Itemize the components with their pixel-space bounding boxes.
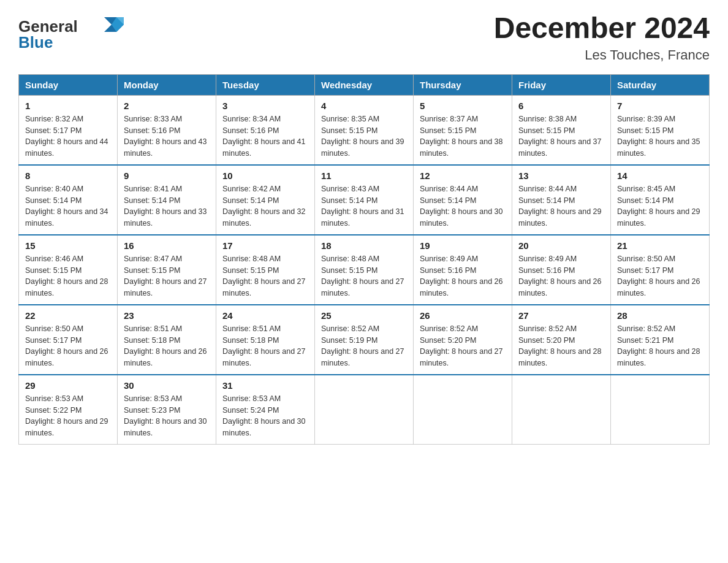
calendar-cell: 9 Sunrise: 8:41 AMSunset: 5:14 PMDayligh…	[118, 165, 216, 235]
weekday-header-monday: Monday	[118, 74, 216, 95]
day-info: Sunrise: 8:53 AMSunset: 5:23 PMDaylight:…	[124, 393, 210, 439]
calendar-week-row: 1 Sunrise: 8:32 AMSunset: 5:17 PMDayligh…	[19, 95, 710, 165]
day-number: 18	[321, 240, 407, 251]
day-info: Sunrise: 8:49 AMSunset: 5:16 PMDaylight:…	[518, 253, 604, 299]
calendar-cell: 12 Sunrise: 8:44 AMSunset: 5:14 PMDaylig…	[414, 165, 512, 235]
day-info: Sunrise: 8:33 AMSunset: 5:16 PMDaylight:…	[124, 113, 210, 159]
day-number: 26	[420, 310, 506, 321]
calendar-cell: 3 Sunrise: 8:34 AMSunset: 5:16 PMDayligh…	[216, 95, 315, 165]
calendar-cell: 29 Sunrise: 8:53 AMSunset: 5:22 PMDaylig…	[19, 375, 118, 445]
calendar-cell: 18 Sunrise: 8:48 AMSunset: 5:15 PMDaylig…	[315, 235, 414, 305]
weekday-header-tuesday: Tuesday	[216, 74, 315, 95]
svg-text:Blue: Blue	[18, 33, 53, 52]
day-info: Sunrise: 8:48 AMSunset: 5:15 PMDaylight:…	[321, 253, 407, 299]
calendar-cell: 25 Sunrise: 8:52 AMSunset: 5:19 PMDaylig…	[315, 305, 414, 375]
day-info: Sunrise: 8:34 AMSunset: 5:16 PMDaylight:…	[222, 113, 308, 159]
day-number: 16	[124, 240, 210, 251]
day-info: Sunrise: 8:43 AMSunset: 5:14 PMDaylight:…	[321, 183, 407, 229]
weekday-header-wednesday: Wednesday	[315, 74, 414, 95]
calendar-cell: 16 Sunrise: 8:47 AMSunset: 5:15 PMDaylig…	[118, 235, 216, 305]
calendar-cell: 23 Sunrise: 8:51 AMSunset: 5:18 PMDaylig…	[118, 305, 216, 375]
day-info: Sunrise: 8:50 AMSunset: 5:17 PMDaylight:…	[617, 253, 703, 299]
day-info: Sunrise: 8:39 AMSunset: 5:15 PMDaylight:…	[617, 113, 703, 159]
calendar-cell: 4 Sunrise: 8:35 AMSunset: 5:15 PMDayligh…	[315, 95, 414, 165]
day-number: 22	[25, 310, 111, 321]
day-number: 19	[420, 240, 506, 251]
calendar-cell: 21 Sunrise: 8:50 AMSunset: 5:17 PMDaylig…	[611, 235, 710, 305]
day-info: Sunrise: 8:53 AMSunset: 5:24 PMDaylight:…	[222, 393, 308, 439]
day-info: Sunrise: 8:52 AMSunset: 5:19 PMDaylight:…	[321, 323, 407, 369]
calendar-cell: 11 Sunrise: 8:43 AMSunset: 5:14 PMDaylig…	[315, 165, 414, 235]
title-area: December 2024 Les Touches, France	[494, 12, 710, 63]
day-number: 2	[124, 101, 210, 111]
calendar-cell: 13 Sunrise: 8:44 AMSunset: 5:14 PMDaylig…	[512, 165, 611, 235]
day-info: Sunrise: 8:49 AMSunset: 5:16 PMDaylight:…	[420, 253, 506, 299]
calendar-table: SundayMondayTuesdayWednesdayThursdayFrid…	[18, 74, 710, 445]
day-info: Sunrise: 8:52 AMSunset: 5:21 PMDaylight:…	[617, 323, 703, 369]
day-number: 4	[321, 101, 407, 111]
weekday-header-sunday: Sunday	[19, 74, 118, 95]
day-info: Sunrise: 8:53 AMSunset: 5:22 PMDaylight:…	[25, 393, 111, 439]
day-info: Sunrise: 8:52 AMSunset: 5:20 PMDaylight:…	[420, 323, 506, 369]
day-number: 1	[25, 101, 111, 111]
day-info: Sunrise: 8:38 AMSunset: 5:15 PMDaylight:…	[518, 113, 604, 159]
day-number: 14	[617, 170, 703, 181]
day-info: Sunrise: 8:42 AMSunset: 5:14 PMDaylight:…	[222, 183, 308, 229]
calendar-cell: 24 Sunrise: 8:51 AMSunset: 5:18 PMDaylig…	[216, 305, 315, 375]
calendar-cell: 5 Sunrise: 8:37 AMSunset: 5:15 PMDayligh…	[414, 95, 512, 165]
day-info: Sunrise: 8:45 AMSunset: 5:14 PMDaylight:…	[617, 183, 703, 229]
calendar-cell: 7 Sunrise: 8:39 AMSunset: 5:15 PMDayligh…	[611, 95, 710, 165]
header-row: SundayMondayTuesdayWednesdayThursdayFrid…	[19, 74, 710, 95]
calendar-cell: 1 Sunrise: 8:32 AMSunset: 5:17 PMDayligh…	[19, 95, 118, 165]
location-subtitle: Les Touches, France	[494, 47, 710, 63]
day-info: Sunrise: 8:40 AMSunset: 5:14 PMDaylight:…	[25, 183, 111, 229]
calendar-week-row: 8 Sunrise: 8:40 AMSunset: 5:14 PMDayligh…	[19, 165, 710, 235]
calendar-cell: 27 Sunrise: 8:52 AMSunset: 5:20 PMDaylig…	[512, 305, 611, 375]
day-number: 15	[25, 240, 111, 251]
calendar-week-row: 22 Sunrise: 8:50 AMSunset: 5:17 PMDaylig…	[19, 305, 710, 375]
calendar-cell: 8 Sunrise: 8:40 AMSunset: 5:14 PMDayligh…	[19, 165, 118, 235]
calendar-cell: 20 Sunrise: 8:49 AMSunset: 5:16 PMDaylig…	[512, 235, 611, 305]
day-info: Sunrise: 8:47 AMSunset: 5:15 PMDaylight:…	[124, 253, 210, 299]
day-info: Sunrise: 8:46 AMSunset: 5:15 PMDaylight:…	[25, 253, 111, 299]
calendar-week-row: 29 Sunrise: 8:53 AMSunset: 5:22 PMDaylig…	[19, 375, 710, 445]
calendar-cell: 10 Sunrise: 8:42 AMSunset: 5:14 PMDaylig…	[216, 165, 315, 235]
day-number: 13	[518, 170, 604, 181]
day-info: Sunrise: 8:50 AMSunset: 5:17 PMDaylight:…	[25, 323, 111, 369]
day-number: 23	[124, 310, 210, 321]
day-number: 6	[518, 101, 604, 111]
calendar-week-row: 15 Sunrise: 8:46 AMSunset: 5:15 PMDaylig…	[19, 235, 710, 305]
day-number: 24	[222, 310, 308, 321]
calendar-cell: 31 Sunrise: 8:53 AMSunset: 5:24 PMDaylig…	[216, 375, 315, 445]
weekday-header-saturday: Saturday	[611, 74, 710, 95]
day-number: 27	[518, 310, 604, 321]
day-number: 5	[420, 101, 506, 111]
day-info: Sunrise: 8:35 AMSunset: 5:15 PMDaylight:…	[321, 113, 407, 159]
calendar-cell: 30 Sunrise: 8:53 AMSunset: 5:23 PMDaylig…	[118, 375, 216, 445]
day-number: 7	[617, 101, 703, 111]
calendar-cell: 26 Sunrise: 8:52 AMSunset: 5:20 PMDaylig…	[414, 305, 512, 375]
day-info: Sunrise: 8:41 AMSunset: 5:14 PMDaylight:…	[124, 183, 210, 229]
calendar-cell: 28 Sunrise: 8:52 AMSunset: 5:21 PMDaylig…	[611, 305, 710, 375]
day-number: 9	[124, 170, 210, 181]
day-info: Sunrise: 8:44 AMSunset: 5:14 PMDaylight:…	[420, 183, 506, 229]
calendar-cell	[315, 375, 414, 445]
day-number: 25	[321, 310, 407, 321]
logo-area: General Blue	[18, 12, 129, 58]
calendar-cell	[611, 375, 710, 445]
day-info: Sunrise: 8:32 AMSunset: 5:17 PMDaylight:…	[25, 113, 111, 159]
day-number: 29	[25, 380, 111, 391]
calendar-cell: 22 Sunrise: 8:50 AMSunset: 5:17 PMDaylig…	[19, 305, 118, 375]
day-info: Sunrise: 8:51 AMSunset: 5:18 PMDaylight:…	[124, 323, 210, 369]
calendar-cell: 6 Sunrise: 8:38 AMSunset: 5:15 PMDayligh…	[512, 95, 611, 165]
day-number: 21	[617, 240, 703, 251]
day-number: 12	[420, 170, 506, 181]
day-number: 30	[124, 380, 210, 391]
weekday-header-thursday: Thursday	[414, 74, 512, 95]
day-number: 8	[25, 170, 111, 181]
day-number: 20	[518, 240, 604, 251]
day-info: Sunrise: 8:48 AMSunset: 5:15 PMDaylight:…	[222, 253, 308, 299]
day-info: Sunrise: 8:37 AMSunset: 5:15 PMDaylight:…	[420, 113, 506, 159]
logo: General Blue	[18, 12, 129, 58]
day-number: 31	[222, 380, 308, 391]
